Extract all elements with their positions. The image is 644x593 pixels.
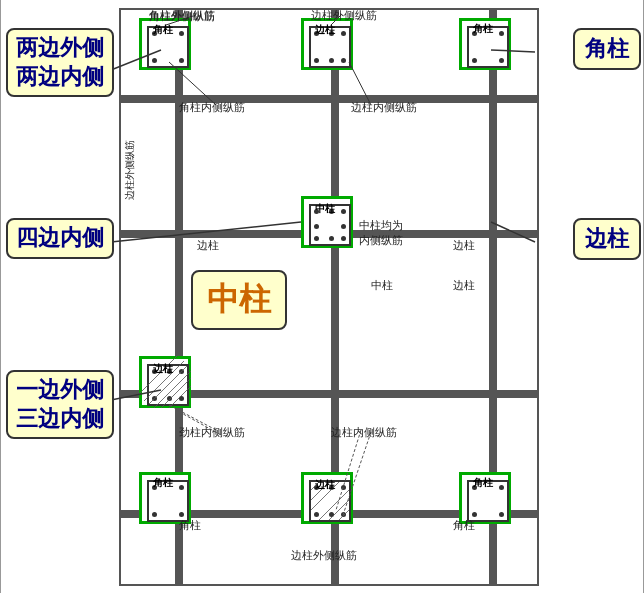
label-bianzhu-inner-bot: 边柱内侧纵筋 [331, 425, 397, 440]
callout-yi-bian: 一边外侧 三边内侧 [6, 370, 114, 439]
callout-zhong-zhu: 中柱 [191, 270, 287, 330]
label-bianzhu-mid-left: 边柱 [197, 238, 219, 253]
label-jingzhu-inner: 劲柱内侧纵筋 [179, 425, 245, 440]
svg-line-6 [345, 516, 349, 520]
svg-line-4 [325, 496, 349, 520]
label-jiaozhu-inner: 角柱内侧纵筋 [179, 100, 245, 115]
callout-jiao-zhu: 角柱 [573, 28, 641, 70]
label-bianzhu-outer-bot: 边柱外侧纵筋 [291, 548, 357, 563]
page: 两边外侧 两边内侧 四边内侧 一边外侧 三边内侧 角柱 边柱 [0, 0, 644, 593]
label-jiaozhu-bot-right: 角柱 [453, 518, 475, 533]
callout-bian-zhu: 边柱 [573, 218, 641, 260]
svg-line-5 [335, 506, 349, 520]
callout-si-bian: 四边内侧 [6, 218, 114, 259]
label-jiazhu-waice: 角柱外侧纵筋 [149, 8, 215, 23]
label-bianzhu-mid-right: 边柱 [453, 238, 475, 253]
label-zhongzhu-below: 中柱 [371, 278, 393, 293]
label-bianzhu-below-right: 边柱 [453, 278, 475, 293]
label-bianzhu-inner-top: 边柱内侧纵筋 [351, 100, 417, 115]
label-jiaozhu-bot-left: 角柱 [179, 518, 201, 533]
label-zhongzhu-inner: 中柱均为内侧纵筋 [359, 218, 403, 249]
label-bianzhu-waice-top: 边柱外侧纵筋 [311, 8, 377, 23]
callout-liang-bian: 两边外侧 两边内侧 [6, 28, 114, 97]
label-bianzhu-outer-vert: 边柱外侧纵筋 [123, 140, 137, 200]
